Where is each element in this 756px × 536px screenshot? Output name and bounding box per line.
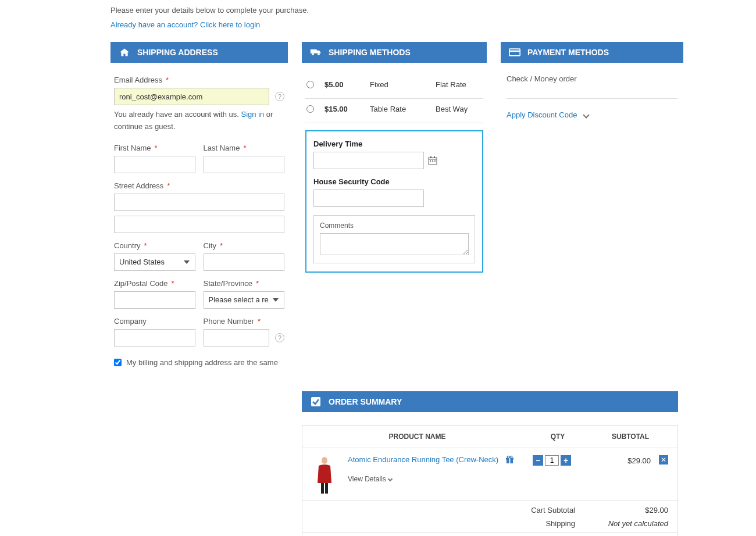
intro-text: Please enter your details below to compl…: [110, 6, 744, 15]
zip-label: Zip/Postal Code*: [114, 279, 195, 288]
company-field[interactable]: [114, 329, 195, 346]
svg-rect-10: [509, 51, 520, 52]
payment-methods-header: PAYMENT METHODS: [501, 42, 683, 63]
order-total-row: Order Total $29.00: [302, 533, 677, 536]
summary-table-header: PRODUCT NAME QTY SUBTOTAL: [302, 426, 677, 448]
company-label: Company: [114, 317, 195, 326]
view-details-toggle[interactable]: View Details: [348, 475, 517, 483]
house-security-field[interactable]: [313, 190, 424, 207]
calendar-icon[interactable]: [427, 156, 437, 166]
apply-discount-toggle[interactable]: Apply Discount Code: [507, 110, 677, 119]
svg-rect-9: [509, 49, 520, 56]
qty-minus-button[interactable]: −: [533, 455, 543, 466]
order-summary-header: ORDER SUMMARY: [302, 391, 678, 412]
city-field[interactable]: [204, 253, 285, 271]
product-image: [312, 455, 337, 494]
account-exists-message: You already have an account with us. Sig…: [114, 109, 284, 133]
comments-label: Comments: [320, 221, 469, 230]
svg-rect-7: [432, 160, 433, 162]
qty-field[interactable]: [545, 455, 559, 466]
svg-rect-18: [509, 458, 510, 463]
home-icon: [119, 48, 130, 57]
item-subtotal: $29.00: [587, 455, 651, 465]
chevron-down-icon: [388, 476, 393, 481]
svg-rect-8: [434, 160, 436, 162]
svg-point-1: [318, 53, 320, 56]
svg-rect-5: [434, 156, 435, 158]
comments-box: Comments: [313, 215, 475, 263]
help-icon[interactable]: ?: [275, 333, 284, 342]
svg-point-20: [510, 456, 512, 458]
phone-field[interactable]: [204, 329, 270, 346]
delivery-time-label: Delivery Time: [313, 140, 475, 148]
payment-methods-column: PAYMENT METHODS Check / Money order Appl…: [501, 42, 683, 367]
product-name-link[interactable]: Atomic Endurance Running Tee (Crew-Neck): [348, 455, 498, 464]
street-field-1[interactable]: [114, 194, 284, 211]
payment-methods-title: PAYMENT METHODS: [527, 48, 609, 57]
shipping-methods-header: SHIPPING METHODS: [302, 42, 487, 63]
shipping-methods-column: SHIPPING METHODS $5.00 Fixed Flat Rate $…: [302, 42, 487, 367]
state-select[interactable]: Please select a region: [204, 291, 285, 309]
shipping-extras-box: Delivery Time House Security Code Commen…: [305, 130, 483, 273]
help-icon[interactable]: ?: [275, 92, 284, 101]
shipping-address-column: SHIPPING ADDRESS Email Address* ? You al…: [110, 42, 288, 367]
cart-subtotal-row: Cart Subtotal $29.00: [302, 501, 677, 519]
same-billing-input[interactable]: [114, 359, 122, 366]
credit-card-icon: [509, 48, 520, 57]
country-select[interactable]: United States: [114, 253, 195, 271]
shipping-address-header: SHIPPING ADDRESS: [110, 42, 288, 63]
gift-icon[interactable]: [505, 455, 514, 466]
city-label: City*: [204, 241, 285, 250]
svg-rect-4: [430, 156, 432, 158]
zip-field[interactable]: [114, 291, 195, 309]
street-field-2[interactable]: [114, 216, 284, 233]
svg-point-19: [507, 456, 509, 458]
last-name-field[interactable]: [204, 156, 285, 173]
shipping-radio-bestway[interactable]: [306, 105, 314, 113]
shipping-methods-title: SHIPPING METHODS: [329, 48, 411, 57]
summary-item-row: Atomic Endurance Running Tee (Crew-Neck)…: [302, 448, 677, 501]
svg-rect-14: [321, 483, 324, 494]
shipping-cost-row: Shipping Not yet calculated: [302, 519, 677, 533]
svg-rect-6: [430, 160, 431, 162]
state-label: State/Province*: [204, 279, 285, 288]
shipping-radio-flatrate[interactable]: [306, 81, 314, 88]
svg-rect-11: [311, 397, 320, 406]
shipping-address-title: SHIPPING ADDRESS: [137, 48, 218, 57]
first-name-field[interactable]: [114, 156, 195, 173]
svg-rect-15: [325, 483, 328, 494]
first-name-label: First Name*: [114, 144, 195, 152]
order-summary-section: ORDER SUMMARY PRODUCT NAME QTY SUBTOTAL …: [302, 391, 678, 536]
delivery-time-field[interactable]: [313, 152, 424, 169]
order-summary-title: ORDER SUMMARY: [329, 397, 402, 406]
last-name-label: Last Name*: [204, 144, 285, 152]
comments-field[interactable]: [320, 233, 469, 255]
same-billing-checkbox[interactable]: My billing and shipping address are the …: [114, 358, 284, 367]
street-label: Street Address*: [114, 181, 284, 190]
email-field[interactable]: [114, 88, 269, 105]
email-label: Email Address*: [114, 76, 284, 84]
already-account-link[interactable]: Already have an account? Click here to l…: [110, 20, 260, 29]
shipping-method-bestway[interactable]: $15.00 Table Rate Best Way: [305, 99, 483, 123]
check-box-icon: [310, 397, 322, 406]
chevron-down-icon: [583, 112, 590, 118]
remove-item-button[interactable]: ✕: [659, 455, 668, 464]
payment-method-check[interactable]: Check / Money order: [507, 74, 677, 99]
house-security-label: House Security Code: [313, 177, 475, 186]
truck-icon: [310, 48, 322, 57]
svg-point-13: [322, 457, 327, 464]
qty-plus-button[interactable]: +: [561, 455, 571, 466]
country-label: Country*: [114, 241, 195, 250]
phone-label: Phone Number*: [204, 317, 285, 326]
sign-in-link[interactable]: Sign in: [241, 110, 265, 119]
shipping-method-flatrate[interactable]: $5.00 Fixed Flat Rate: [305, 74, 483, 99]
svg-point-0: [312, 53, 314, 56]
